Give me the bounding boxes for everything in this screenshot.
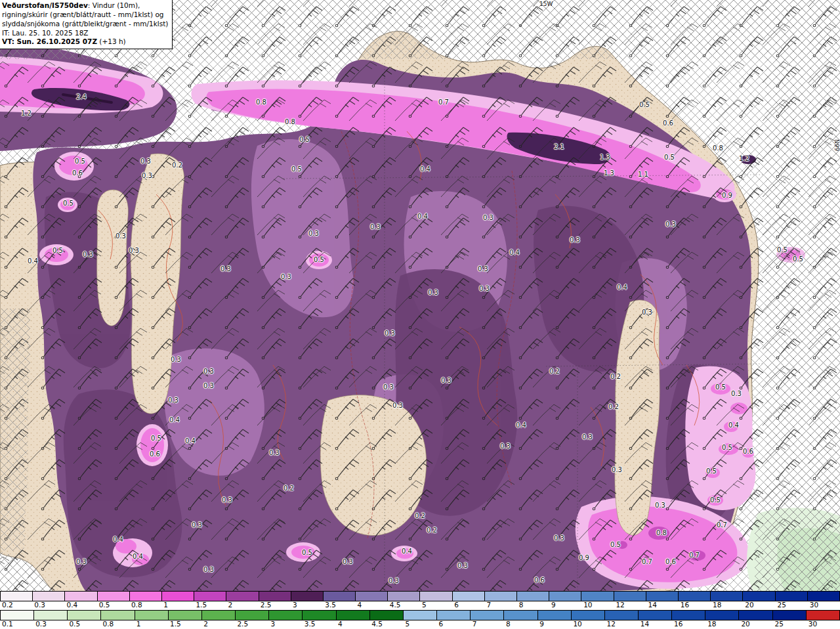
colorbar-tick-label: 25 bbox=[775, 620, 784, 628]
colorbar-cell bbox=[678, 592, 710, 601]
colorbar-cell bbox=[302, 611, 335, 620]
colorbar-tick-label: 0.3 bbox=[35, 620, 47, 628]
colorbar-cell bbox=[1, 592, 32, 601]
colorbar-cell bbox=[100, 611, 134, 620]
colorbar-cell bbox=[226, 592, 258, 601]
colorbar-cell bbox=[646, 592, 678, 601]
colorbar-tick-label: 6 bbox=[439, 620, 444, 628]
colorbar-cell bbox=[452, 592, 484, 601]
colorbar-tick-label: 14 bbox=[640, 620, 649, 628]
colorbar-tick-label: 1 bbox=[163, 601, 168, 609]
product-name: Veðurstofan/IS750dev bbox=[2, 1, 88, 9]
colorbar-tick-label: 2 bbox=[228, 601, 233, 609]
map-area: 1.22.40.80.80.50.50.72.11.31.31.10.50.60… bbox=[0, 0, 840, 591]
colorbar-cell bbox=[638, 611, 671, 620]
colorbar-cell bbox=[549, 592, 581, 601]
colorbar-labels-2: 0.10.30.50.811.522.533.544.5567891012141… bbox=[0, 620, 840, 629]
colorbar-cell bbox=[201, 611, 235, 620]
colorbar-tick-label: 12 bbox=[607, 620, 616, 628]
colorbar-tick-label: 3.5 bbox=[304, 620, 316, 628]
colorbar-cell bbox=[403, 611, 436, 620]
colorbar-tick-label: 8 bbox=[519, 601, 524, 609]
colorbar-cell bbox=[336, 611, 369, 620]
colorbar-cell bbox=[738, 611, 772, 620]
colorbar-cell bbox=[671, 611, 705, 620]
colorbar-tick-label: 2.5 bbox=[261, 601, 272, 609]
colorbar-tick-label: 0.5 bbox=[69, 620, 80, 628]
colorbar-tick-label: 18 bbox=[707, 620, 716, 628]
colorbar-tick-label: 30 bbox=[808, 620, 817, 628]
colorbar-tick-label: 0.4 bbox=[66, 601, 77, 609]
colorbar-cell bbox=[470, 611, 503, 620]
colorbar-tick-label: 5 bbox=[405, 620, 410, 628]
colorbar-tick-label: 12 bbox=[616, 601, 624, 609]
colorbar-tick-label: 4 bbox=[358, 601, 362, 609]
grid-edge-label: N99 bbox=[833, 139, 840, 151]
colorbar-cell bbox=[537, 611, 571, 620]
map-canvas bbox=[0, 0, 840, 591]
colorbar-tick-label: 20 bbox=[741, 620, 749, 628]
colorbar-tick-label: 10 bbox=[573, 620, 581, 628]
colorbar-tick-label: 2.5 bbox=[237, 620, 248, 628]
colorbar-cell bbox=[614, 592, 646, 601]
colorbar-cell bbox=[571, 611, 604, 620]
colorbar-tick-label: 25 bbox=[778, 601, 786, 609]
colorbar-tick-label: 0.3 bbox=[34, 601, 45, 609]
wind-barbs-layer-2 bbox=[0, 0, 840, 591]
colorbar-cell bbox=[32, 592, 64, 601]
colorbar-sleet-snow: 0.20.30.40.50.811.522.533.544.5567891012… bbox=[0, 591, 840, 610]
colorbar-tick-label: 1.5 bbox=[196, 601, 207, 609]
colorbar-cell bbox=[705, 611, 738, 620]
colorbar-cell bbox=[64, 592, 96, 601]
colorbar-tick-label: 9 bbox=[539, 620, 544, 628]
colorbar-tick-label: 30 bbox=[810, 601, 818, 609]
colorbar-cell bbox=[323, 592, 355, 601]
title-line-2: rigning/skúrir (grænt/blátt/rautt - mm/1… bbox=[2, 11, 168, 20]
colorbar-cell bbox=[503, 611, 537, 620]
colorbar-strip-2 bbox=[0, 610, 840, 620]
forecast-title-box: Veðurstofan/IS750dev: Vindur (10m), rign… bbox=[0, 0, 173, 49]
colorbar-cell bbox=[168, 611, 201, 620]
colorbar-tick-label: 8 bbox=[506, 620, 511, 628]
colorbar-tick-label: 2 bbox=[203, 620, 208, 628]
colorbar-cell bbox=[67, 611, 100, 620]
meridian-label: 15W bbox=[539, 1, 553, 7]
colorbar-tick-label: 4.5 bbox=[390, 601, 401, 609]
colorbar-cell bbox=[268, 611, 302, 620]
colorbar-cell bbox=[259, 592, 291, 601]
colorbar-cell bbox=[355, 592, 387, 601]
colorbar-cell bbox=[129, 592, 161, 601]
colorbar-tick-label: 9 bbox=[551, 601, 556, 609]
colorbar-cell bbox=[291, 592, 323, 601]
title-line-3: slydda/snjókoma (grátt/bleikt/grænt - mm… bbox=[2, 20, 168, 29]
colorbar-tick-label: 4.5 bbox=[371, 620, 383, 628]
colorbar-cell bbox=[806, 611, 839, 620]
colorbar-tick-label: 0.8 bbox=[131, 601, 142, 609]
colorbar-tick-label: 10 bbox=[583, 601, 592, 609]
colorbar-cell bbox=[604, 611, 638, 620]
init-time: IT: Lau. 25. 10. 2025 18Z bbox=[2, 29, 168, 38]
colorbar-tick-label: 7 bbox=[486, 601, 491, 609]
colorbar-cell bbox=[581, 592, 613, 601]
colorbar-cell bbox=[235, 611, 268, 620]
colorbar-tick-label: 6 bbox=[454, 601, 459, 609]
colorbar-tick-label: 14 bbox=[648, 601, 657, 609]
colorbar-tick-label: 0.1 bbox=[2, 620, 13, 628]
colorbar-tick-label: 3.5 bbox=[325, 601, 336, 609]
colorbar-strip-1 bbox=[0, 591, 840, 601]
colorbar-tick-label: 3 bbox=[293, 601, 297, 609]
colorbar-cell bbox=[194, 592, 226, 601]
colorbar-cell bbox=[710, 592, 742, 601]
colorbar-tick-label: 20 bbox=[745, 601, 753, 609]
colorbar-cell bbox=[161, 592, 194, 601]
colorbar-cell bbox=[1, 611, 33, 620]
colorbar-cell bbox=[33, 611, 67, 620]
colorbar-cell bbox=[775, 592, 807, 601]
colorbar-cell bbox=[419, 592, 452, 601]
colorbar-tick-label: 3 bbox=[271, 620, 276, 628]
colorbar-tick-label: 5 bbox=[422, 601, 427, 609]
colorbar-tick-label: 0.2 bbox=[2, 601, 13, 609]
colorbar-cell bbox=[387, 592, 419, 601]
colorbar-cell bbox=[807, 592, 839, 601]
colorbar-cell bbox=[772, 611, 806, 620]
